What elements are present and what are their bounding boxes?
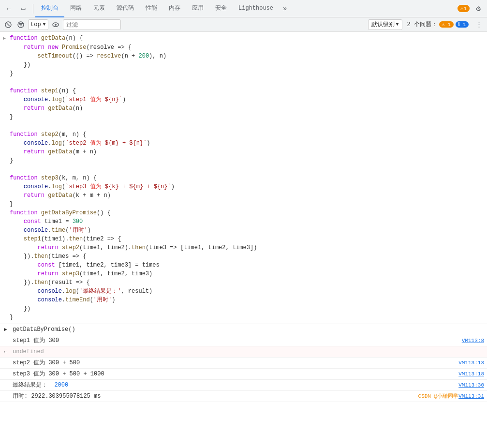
line-expand-empty <box>0 139 9 139</box>
log-level-dropdown[interactable]: 默认级别 ▼ <box>368 19 402 30</box>
tab-performance[interactable]: 性能 <box>140 0 163 17</box>
line-expand-empty <box>0 217 9 218</box>
console-entry-step1: step1 值为 300 VM113:8 <box>0 335 487 346</box>
line-expand-empty <box>0 226 9 226</box>
line-expand-empty <box>0 243 9 244</box>
line-content: } <box>9 156 487 165</box>
line-expand-empty <box>0 104 9 105</box>
line-expand-empty <box>0 174 9 174</box>
console-source-vm113-18[interactable]: VM113:18 <box>458 370 487 378</box>
tab-sources[interactable]: 源代码 <box>111 0 140 17</box>
tab-lighthouse[interactable]: Lighthouse <box>233 0 279 17</box>
eye-toggle-button[interactable] <box>50 19 61 30</box>
tab-elements[interactable]: 元素 <box>88 0 111 17</box>
line-expand-empty <box>0 113 9 113</box>
code-area: ▶ function getData(n) { return new Promi… <box>0 32 487 448</box>
code-line: const time1 = 300 <box>0 217 487 226</box>
console-source-vm113-31[interactable]: VM113:31 <box>458 392 487 401</box>
tab-application[interactable]: 应用 <box>186 0 209 17</box>
console-toolbar: top ▼ 默认级别 ▼ 2 个问题： ⚠ 1 ℹ 1 ⋮ <box>0 17 487 32</box>
line-content: function step2(m, n) { <box>9 130 487 139</box>
line-content: return getData(m + n) <box>9 148 487 156</box>
console-source-vm113-30[interactable]: VM113:30 <box>458 381 487 389</box>
line-content: function step3(k, m, n) { <box>9 174 487 182</box>
line-expand-empty <box>0 43 9 44</box>
line-content: }) <box>9 304 487 313</box>
tab-console[interactable]: 控制台 <box>35 0 64 17</box>
line-content: } <box>9 200 487 209</box>
line-expand-empty <box>0 182 9 183</box>
line-expand-empty <box>0 287 9 287</box>
code-line: ▶ function getData(n) { <box>0 34 487 43</box>
code-line: console.timeEnd('用时') <box>0 296 487 304</box>
tab-security[interactable]: 安全 <box>209 0 233 17</box>
tab-network[interactable]: 网络 <box>64 0 88 17</box>
console-prefix-arrow-left: ← <box>4 347 11 356</box>
code-line <box>0 121 487 130</box>
line-expand-empty <box>0 313 9 314</box>
line-expand-empty <box>0 261 9 261</box>
code-line: } <box>0 200 487 209</box>
line-content: const time1 = 300 <box>9 217 487 226</box>
line-content: console.log(`step1 值为 ${n}`) <box>9 95 487 104</box>
clear-icon <box>5 21 12 28</box>
code-line: return getData(k + m + n) <box>0 191 487 200</box>
context-dropdown-icon: ▼ <box>43 22 46 27</box>
code-line: }) <box>0 60 487 69</box>
svg-point-7 <box>55 24 57 26</box>
code-line: }) <box>0 304 487 313</box>
tab-memory[interactable]: 内存 <box>163 0 186 17</box>
line-content: } <box>9 313 487 322</box>
console-entry-step2: step2 值为 300 + 500 VM113:13 <box>0 358 487 369</box>
code-editor: ▶ function getData(n) { return new Promi… <box>0 32 487 324</box>
code-line: }).then(times => { <box>0 252 487 261</box>
console-entry-step3: step3 值为 300 + 500 + 1000 VM113:18 <box>0 369 487 380</box>
devtools-back-icon[interactable]: ← <box>2 2 15 15</box>
line-content: function getData(n) { <box>9 34 487 43</box>
console-output: ▶ getDataByPromise() step1 值为 300 VM113:… <box>0 324 487 402</box>
line-expand-empty <box>0 269 9 270</box>
devtools-dock-icon[interactable]: ▭ <box>16 2 30 15</box>
line-content: return step3(time1, time2, time3) <box>9 269 487 278</box>
filter-input[interactable] <box>63 19 121 30</box>
line-content: }).then(times => { <box>9 252 487 261</box>
line-content: return step2(time1, time2).then(time3 =>… <box>9 243 487 252</box>
settings-button[interactable]: ⚙ <box>472 2 485 15</box>
code-line: console.log('最终结果是：', result) <box>0 287 487 296</box>
filter-toggle-button[interactable] <box>15 19 26 30</box>
code-line: function step3(k, m, n) { <box>0 174 487 182</box>
code-line: function step1(n) { <box>0 87 487 95</box>
info-issues-badge: ℹ 1 <box>456 21 469 28</box>
line-content: return getData(n) <box>9 104 487 113</box>
line-content: console.log(`step2 值为 ${m} + ${n}`) <box>9 139 487 148</box>
clear-console-button[interactable] <box>3 19 14 30</box>
code-line: function step2(m, n) { <box>0 130 487 139</box>
code-line: function getDataByPromise() { <box>0 209 487 217</box>
code-line: return step3(time1, time2, time3) <box>0 269 487 278</box>
context-selector[interactable]: top ▼ <box>28 19 48 30</box>
line-content: const [time1, time2, time3] = times <box>9 261 487 269</box>
line-expand-empty <box>0 304 9 305</box>
line-expand-empty <box>0 130 9 131</box>
code-line: console.log(`step3 值为 ${k} + ${m} + ${n}… <box>0 182 487 191</box>
line-content: console.log('最终结果是：', result) <box>9 287 487 296</box>
line-expand-empty <box>0 296 9 296</box>
code-line: } <box>0 69 487 78</box>
top-tab-bar: ← ▭ 控制台 网络 元素 源代码 性能 内存 应用 安全 Lighthouse… <box>0 0 487 17</box>
console-source-vm113-13[interactable]: VM113:13 <box>458 358 487 367</box>
line-expand-empty <box>0 78 9 78</box>
code-line: } <box>0 313 487 322</box>
line-content: console.log(`step3 值为 ${k} + ${m} + ${n}… <box>9 182 487 191</box>
tab-more-button[interactable]: » <box>279 5 291 13</box>
line-collapse-arrow[interactable]: ▶ <box>0 34 9 43</box>
code-line: console.log(`step2 值为 ${m} + ${n}`) <box>0 139 487 148</box>
code-line: console.time('用时') <box>0 226 487 235</box>
console-time-text: 用时: 2922.303955078125 ms <box>13 392 215 401</box>
line-expand-empty <box>0 209 9 209</box>
console-source-vm113-8[interactable]: VM113:8 <box>462 336 487 345</box>
console-more-button[interactable]: ⋮ <box>473 19 484 30</box>
line-expand-empty <box>0 156 9 157</box>
info-icon-small: ℹ <box>458 22 460 28</box>
console-entry-result: 最终结果是： 2000 VM113:30 <box>0 380 487 391</box>
filter-icon <box>17 21 24 28</box>
